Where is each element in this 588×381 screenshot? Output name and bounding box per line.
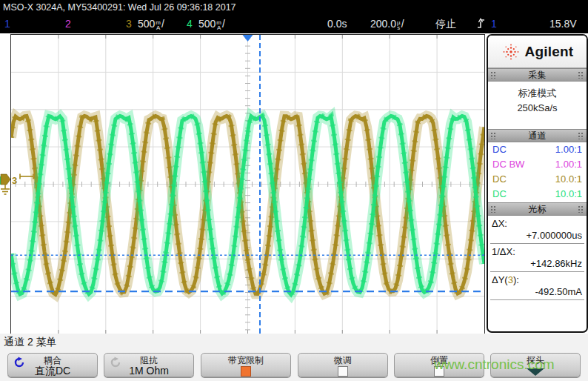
divider bbox=[490, 299, 584, 300]
delta-x-label: ΔX: bbox=[488, 216, 587, 229]
timebase-unit: µs bbox=[397, 20, 401, 30]
channel-settings-list: DC 1.00:1 DC BW 1.00:1 DC 10.0:1 DC 10.0… bbox=[488, 142, 587, 202]
brand-name: Agilent bbox=[525, 44, 574, 60]
impedance-button[interactable]: 阻抗 1M Ohm bbox=[104, 353, 194, 377]
acquisition-mode: 标准模式 bbox=[488, 86, 587, 101]
channel-1-settings: DC 1.00:1 bbox=[488, 142, 587, 157]
channel-3-ground-marker[interactable]: 3 bbox=[0, 171, 37, 201]
section-header-cursors[interactable]: 光标 bbox=[488, 202, 587, 216]
statusbar: 1 2 3 500mA/ 4 500mA/ 0.0s 200.0µs/ 停止 1… bbox=[0, 15, 588, 33]
trigger-position-marker[interactable] bbox=[243, 35, 253, 42]
inverse-delta-x-value: +142.86kHz bbox=[488, 257, 587, 271]
cursor-readouts: ΔX: +7.000000us 1/ΔX: +142.86kHz ΔY(3): … bbox=[488, 216, 587, 300]
trigger-source[interactable]: 1 bbox=[491, 17, 497, 30]
channel-1-indicator[interactable]: 1 bbox=[4, 17, 10, 30]
channel-4-indicator[interactable]: 4 bbox=[187, 17, 193, 30]
cycle-icon bbox=[13, 357, 25, 368]
run-state[interactable]: 停止 bbox=[435, 17, 456, 30]
fine-adjust-button[interactable]: 微调 bbox=[298, 353, 388, 377]
delta-x-value: +7.000000us bbox=[488, 229, 587, 242]
time-position[interactable]: 0.0s bbox=[327, 17, 347, 30]
coupling-button[interactable]: 耦合 直流DC bbox=[7, 353, 98, 377]
channel-4-settings: DC 10.0:1 bbox=[488, 187, 587, 202]
ch3-unit: mA bbox=[156, 20, 161, 30]
channel-3-indicator[interactable]: 3 bbox=[126, 17, 132, 30]
cycle-icon bbox=[110, 357, 121, 368]
titlebar: MSO-X 3024A, MY53400291: Wed Jul 26 09:3… bbox=[0, 0, 588, 15]
channel-4-scale[interactable]: 500mA/ bbox=[198, 17, 225, 30]
checkbox-unchecked-icon bbox=[338, 366, 348, 377]
ground-marker-label: 3 bbox=[12, 175, 17, 186]
timebase[interactable]: 200.0µs/ bbox=[370, 17, 404, 30]
delta-y-value: -492.50mA bbox=[488, 285, 587, 299]
trigger-level[interactable]: 15.8V bbox=[549, 17, 577, 30]
ch4-unit: mA bbox=[216, 20, 221, 30]
trigger-edge-icon bbox=[477, 18, 485, 33]
waveform-display[interactable] bbox=[10, 34, 485, 334]
inverse-delta-x-label: 1/ΔX: bbox=[488, 244, 587, 257]
info-panel: Agilent 采集 标准模式 250kSa/s 通道 DC 1.00:1 bbox=[487, 34, 588, 333]
ground-symbol-icon bbox=[1, 185, 10, 194]
brand-logo: Agilent bbox=[488, 36, 587, 68]
channel-3-settings: DC 10.0:1 bbox=[488, 172, 587, 187]
watermark: www.cntronics.com bbox=[434, 357, 555, 373]
acquisition-info: 标准模式 250kSa/s bbox=[488, 82, 587, 129]
oscilloscope-screen: MSO-X 3024A, MY53400291: Wed Jul 26 09:3… bbox=[0, 0, 588, 381]
instrument-title: MSO-X 3024A, MY53400291: Wed Jul 26 09:3… bbox=[3, 2, 236, 13]
section-header-channels[interactable]: 通道 bbox=[488, 129, 587, 142]
delta-y-channel: 3 bbox=[508, 274, 513, 285]
agilent-starburst-icon bbox=[501, 42, 521, 62]
sample-rate: 250kSa/s bbox=[488, 101, 587, 116]
softkey-menu: 通道 2 菜单 耦合 直流DC 阻抗 1M Ohm 带宽限制 微调 bbox=[0, 334, 588, 381]
delta-y-label: ΔY(3): bbox=[488, 272, 587, 285]
cursor-anchor-icon bbox=[20, 174, 33, 179]
display-area: 3 bbox=[0, 33, 588, 334]
bandwidth-limit-button[interactable]: 带宽限制 bbox=[201, 353, 291, 377]
checkbox-checked-icon bbox=[241, 366, 251, 377]
section-header-acquisition[interactable]: 采集 bbox=[488, 68, 587, 82]
channel-2-indicator[interactable]: 2 bbox=[65, 17, 71, 30]
channel-3-scale[interactable]: 500mA/ bbox=[138, 17, 164, 30]
channel-2-settings: DC BW 1.00:1 bbox=[488, 157, 587, 172]
menu-title: 通道 2 菜单 bbox=[4, 336, 57, 349]
